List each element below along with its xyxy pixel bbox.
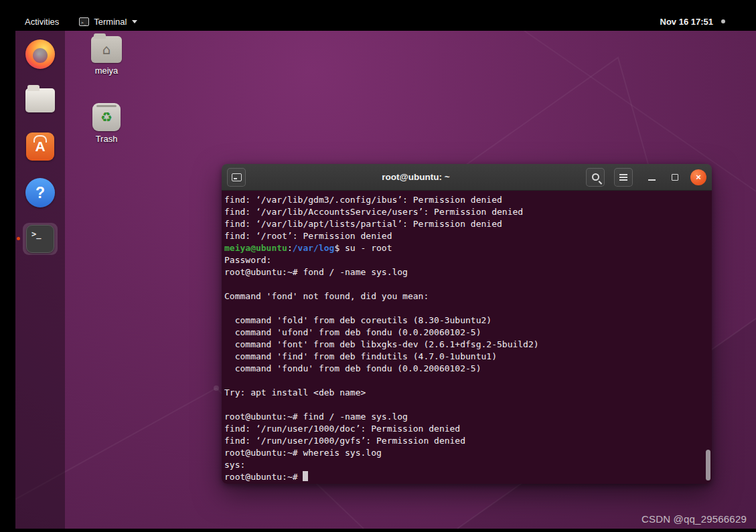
terminal-window: root@ubuntu: ~ × find: ‘/var/lib/gdm3/.c… [222, 164, 712, 484]
files-icon [25, 88, 55, 112]
terminal-line: command 'fondu' from deb fondu (0.0.2006… [224, 363, 702, 375]
terminal-line: find: ‘/run/user/1000/gvfs’: Permission … [224, 435, 702, 447]
clock[interactable]: Nov 16 17:51 [660, 17, 714, 27]
terminal-line: Password: [224, 254, 702, 266]
trash-icon: ♻ [92, 103, 121, 131]
terminal-line: find: ‘/var/lib/AccountsService/users’: … [224, 206, 702, 218]
top-bar: Activities >_ Terminal Nov 16 17:51 [0, 0, 756, 31]
hamburger-menu-icon [619, 177, 627, 178]
desktop-icon-label: Trash [81, 134, 132, 144]
dock: A ? >_ [15, 31, 65, 529]
firefox-icon [25, 39, 55, 69]
maximize-icon [672, 174, 678, 181]
dock-item-firefox[interactable] [23, 38, 58, 70]
menu-button[interactable] [614, 168, 633, 187]
terminal-line: find: ‘/run/user/1000/doc’: Permission d… [224, 423, 702, 435]
search-button[interactable] [586, 168, 605, 187]
terminal-line: command 'ufond' from deb fondu (0.0.2006… [224, 327, 702, 339]
scrollbar-thumb[interactable] [706, 450, 710, 480]
new-terminal-button[interactable] [227, 168, 246, 187]
terminal-line [224, 302, 702, 315]
terminal-line: root@ubuntu:~# fond / -name sys.log [224, 266, 702, 278]
top-bar-right: Nov 16 17:51 [660, 17, 726, 27]
app-menu[interactable]: >_ Terminal [79, 17, 137, 27]
activities-button[interactable]: Activities [25, 17, 59, 27]
terminal-screen[interactable]: find: ‘/var/lib/gdm3/.config/ibus’: Perm… [222, 191, 712, 484]
desktop-icon-label: meiya [81, 66, 132, 76]
terminal-line [224, 399, 702, 411]
terminal-header[interactable]: root@ubuntu: ~ × [222, 164, 712, 191]
desktop-icon-meiya[interactable]: ⌂ meiya [81, 36, 132, 76]
terminal-app-icon: >_ [79, 17, 89, 26]
desktop-icon-trash[interactable]: ♻ Trash [81, 103, 132, 144]
home-folder-icon: ⌂ [91, 36, 122, 63]
terminal-line: find: ‘/var/lib/apt/lists/partial’: Perm… [224, 218, 702, 230]
terminal-line: sys: [224, 459, 702, 471]
terminal-output: find: ‘/var/lib/gdm3/.config/ibus’: Perm… [224, 194, 702, 484]
dock-item-files[interactable] [23, 84, 58, 116]
dock-item-ubuntu-software[interactable]: A [23, 130, 58, 163]
terminal-line: root@ubuntu:~# whereis sys.log [224, 447, 702, 459]
terminal-line: command 'find' from deb findutils (4.7.0… [224, 351, 702, 363]
close-icon: × [696, 173, 701, 181]
terminal-line: find: ‘/root’: Permission denied [224, 230, 702, 242]
terminal-line [224, 278, 702, 290]
terminal-line: root@ubuntu:~# find / -name sys.log [224, 411, 702, 423]
terminal-app-icon-glyph: >_ [81, 21, 86, 25]
app-menu-label: Terminal [94, 17, 127, 27]
terminal-cursor [303, 471, 308, 481]
search-icon [592, 173, 599, 181]
new-terminal-icon [232, 173, 242, 181]
status-dot-icon [721, 19, 725, 23]
chevron-down-icon [132, 20, 137, 23]
dock-item-help[interactable]: ? [23, 177, 58, 209]
terminal-line: Command 'fond' not found, did you mean: [224, 290, 702, 302]
help-icon: ? [25, 178, 55, 207]
terminal-line: Try: apt install <deb name> [224, 387, 702, 399]
terminal-line: meiya@ubuntu:/var/log$ su - root [224, 242, 702, 254]
terminal-line: find: ‘/var/lib/gdm3/.config/ibus’: Perm… [224, 194, 702, 206]
close-button[interactable]: × [690, 169, 706, 185]
terminal-icon: >_ [26, 225, 54, 253]
watermark: CSDN @qq_29566629 [641, 513, 747, 525]
minimize-button[interactable] [643, 169, 660, 186]
minimize-icon [648, 179, 656, 181]
maximize-button[interactable] [666, 169, 684, 186]
recycle-icon: ♻ [100, 110, 112, 124]
terminal-line: root@ubuntu:~# [224, 471, 702, 483]
house-icon: ⌂ [102, 43, 111, 56]
dock-item-terminal[interactable]: >_ [23, 223, 58, 255]
header-controls: × [586, 168, 706, 187]
running-indicator-dot [17, 237, 20, 240]
terminal-line: command 'font' from deb libxgks-dev (2.6… [224, 339, 702, 351]
terminal-line: command 'fold' from deb coreutils (8.30-… [224, 315, 702, 327]
window-title: root@ubuntu: ~ [246, 172, 586, 182]
ubuntu-software-icon: A [26, 132, 54, 161]
terminal-line [224, 375, 702, 387]
